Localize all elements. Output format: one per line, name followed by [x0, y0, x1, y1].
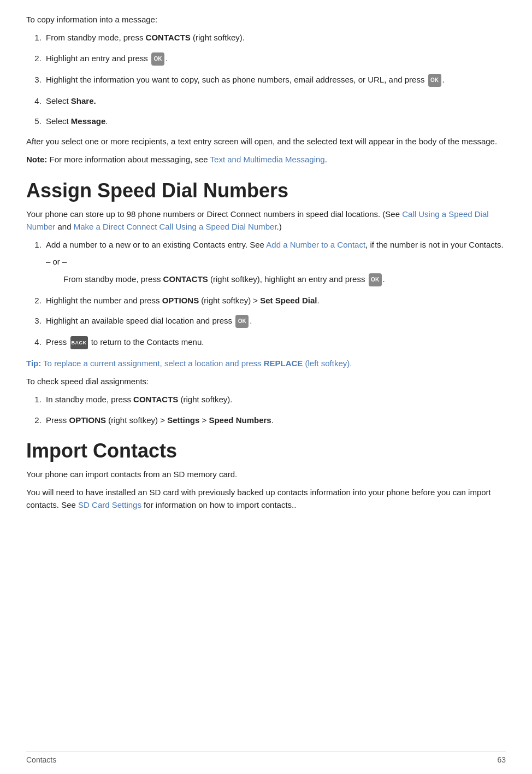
- sub-after: (right softkey), highlight an entry and …: [208, 274, 368, 284]
- step5-text-after: .: [105, 116, 108, 126]
- copy-info-intro: To copy information into a message:: [26, 13, 506, 26]
- step2-text-before: Highlight an entry and press: [46, 54, 150, 63]
- assign-s1-after: , if the number is not in your Contacts.: [365, 240, 504, 249]
- note-end: .: [325, 155, 327, 164]
- check-s2-before: Press: [46, 415, 69, 425]
- check-step-2: Press OPTIONS (right softkey) > Settings…: [44, 414, 506, 426]
- check-s2-bold1: OPTIONS: [69, 415, 107, 425]
- ok-button-4: OK: [235, 315, 249, 328]
- step4-text-before: Select: [46, 96, 71, 105]
- copy-info-steps: From standby mode, press CONTACTS (right…: [44, 31, 506, 127]
- check-s1-after: (right softkey).: [178, 395, 232, 404]
- step-5: Select Message.: [44, 115, 506, 127]
- check-s2-bold2: Settings: [167, 415, 199, 425]
- import-contacts-heading: Import Contacts: [26, 439, 506, 462]
- page-footer: Contacts 63: [26, 752, 506, 764]
- ok-button-3: OK: [369, 273, 382, 286]
- assign-s2-bold1: OPTIONS: [162, 296, 199, 305]
- check-s2-after: .: [271, 415, 274, 425]
- assign-s2-before: Highlight the number and press: [46, 296, 162, 305]
- tip-paragraph: Tip: To replace a current assignment, se…: [26, 357, 506, 370]
- tip-bold: REPLACE: [264, 359, 303, 368]
- import-p2-after: for information on how to import contact…: [141, 500, 296, 509]
- step1-text-before: From standby mode, press: [46, 33, 146, 42]
- assign-s1-before: Add a number to a new or to an existing …: [46, 240, 266, 249]
- assign-step-3: Highlight an available speed dial locati…: [44, 314, 506, 328]
- after-steps-text: After you select one or more recipients,…: [26, 135, 506, 148]
- import-para1: Your phone can import contacts from an S…: [26, 468, 506, 480]
- import-para2: You will need to have installed an SD ca…: [26, 486, 506, 512]
- assign-step-1: Add a number to a new or to an existing …: [44, 238, 506, 286]
- note-text: For more information about messaging, se…: [47, 155, 210, 164]
- assign-intro-mid: and: [55, 222, 73, 231]
- step1-text-after: (right softkey).: [191, 33, 245, 42]
- assign-steps: Add a number to a new or to an existing …: [44, 238, 506, 349]
- check-s1-bold: CONTACTS: [133, 395, 178, 404]
- sd-card-link[interactable]: SD Card Settings: [78, 500, 141, 509]
- tip-label: Tip:: [26, 359, 41, 368]
- step-1: From standby mode, press CONTACTS (right…: [44, 31, 506, 44]
- assign-speed-dial-heading: Assign Speed Dial Numbers: [26, 179, 506, 202]
- assign-step-4: Press BACK to return to the Contacts men…: [44, 336, 506, 349]
- assign-s2-end: .: [317, 296, 319, 305]
- step1-bold: CONTACTS: [146, 33, 191, 42]
- assign-s4-before: Press: [46, 337, 69, 347]
- assign-intro-text: Your phone can store up to 98 phone numb…: [26, 209, 402, 219]
- check-steps: In standby mode, press CONTACTS (right s…: [44, 393, 506, 426]
- check-step-1: In standby mode, press CONTACTS (right s…: [44, 393, 506, 406]
- step5-bold: Message: [71, 116, 105, 126]
- or-separator: – or –: [46, 255, 506, 268]
- note-link[interactable]: Text and Multimedia Messaging: [210, 155, 325, 164]
- tip-end: (left softkey).: [303, 359, 352, 368]
- sub-end: .: [383, 274, 385, 284]
- back-button: BACK: [70, 336, 88, 349]
- check-s2-bold3: Speed Numbers: [209, 415, 271, 425]
- check-label: To check speed dial assignments:: [26, 375, 506, 388]
- step3-text-before: Highlight the information you want to co…: [46, 75, 427, 84]
- assign-s3-before: Highlight an available speed dial locati…: [46, 316, 234, 325]
- assign-intro-end: .): [277, 222, 282, 231]
- step2-text-after: .: [165, 54, 168, 63]
- footer-left: Contacts: [26, 755, 56, 764]
- add-number-link[interactable]: Add a Number to a Contact: [266, 240, 365, 249]
- sub-before: From standby mode, press: [63, 274, 163, 284]
- step-4: Select Share.: [44, 95, 506, 107]
- assign-intro: Your phone can store up to 98 phone numb…: [26, 208, 506, 233]
- sub-bold: CONTACTS: [163, 274, 208, 284]
- check-s2-mid2: >: [199, 415, 209, 425]
- step5-text-before: Select: [46, 116, 71, 126]
- step-2: Highlight an entry and press OK.: [44, 52, 506, 66]
- check-s1-before: In standby mode, press: [46, 395, 133, 404]
- ok-button-1: OK: [151, 52, 164, 66]
- assign-s4-after: to return to the Contacts menu.: [89, 337, 204, 347]
- note-paragraph: Note: For more information about messagi…: [26, 153, 506, 166]
- step4-bold: Share.: [71, 96, 96, 105]
- footer-right: 63: [497, 755, 506, 764]
- assign-s2-bold2: Set Speed Dial: [260, 296, 317, 305]
- step3-text-after: .: [442, 75, 445, 84]
- note-label: Note:: [26, 155, 47, 164]
- step-3: Highlight the information you want to co…: [44, 73, 506, 87]
- assign-s2-after: (right softkey) >: [199, 296, 260, 305]
- assign-step-2: Highlight the number and press OPTIONS (…: [44, 294, 506, 307]
- tip-text: To replace a current assignment, select …: [41, 359, 263, 368]
- direct-connect-link[interactable]: Make a Direct Connect Call Using a Speed…: [74, 222, 277, 231]
- assign-s1-sub: From standby mode, press CONTACTS (right…: [63, 273, 506, 286]
- ok-button-2: OK: [428, 74, 441, 87]
- check-s2-mid: (right softkey) >: [106, 415, 167, 425]
- assign-s3-after: .: [250, 316, 252, 325]
